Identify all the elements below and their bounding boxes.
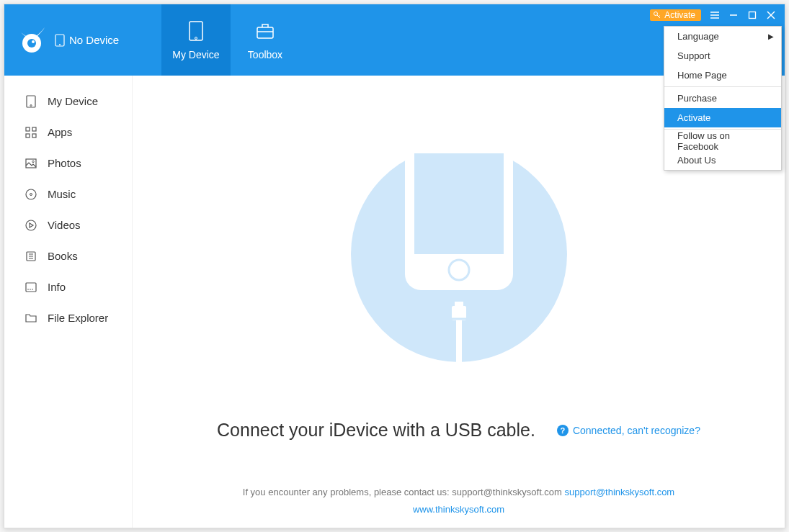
main-menu-dropdown: Language ▶ Support Home Page Purchase Ac…: [664, 26, 782, 171]
videos-icon: [24, 219, 37, 232]
svg-point-27: [26, 189, 36, 199]
svg-rect-5: [190, 22, 202, 40]
connect-device-illustration: [351, 139, 567, 377]
sidebar-item-label: File Explorer: [48, 312, 108, 324]
menu-item-label: About Us: [677, 155, 716, 166]
sidebar-item-label: Info: [48, 281, 66, 293]
maximize-button[interactable]: [743, 7, 762, 23]
svg-rect-25: [26, 159, 36, 168]
folder-icon: [24, 312, 37, 325]
svg-rect-16: [749, 12, 756, 19]
svg-point-4: [59, 44, 61, 45]
menu-item-label: Follow us on Facebook: [677, 130, 768, 152]
menu-item-label: Purchase: [677, 93, 717, 104]
close-icon: [767, 11, 775, 19]
sidebar-item-label: Music: [48, 188, 76, 200]
photos-icon: [24, 157, 37, 170]
menu-item-home-page[interactable]: Home Page: [664, 66, 781, 85]
svg-rect-24: [32, 134, 36, 137]
recognize-help-link[interactable]: ? Connected, can't recognize?: [557, 425, 700, 436]
tablet-icon: [185, 20, 207, 42]
hamburger-icon: [710, 10, 720, 20]
svg-point-36: [27, 289, 29, 290]
svg-point-9: [654, 12, 658, 16]
svg-point-29: [26, 220, 36, 230]
support-email-link[interactable]: support@thinkskysoft.com: [565, 487, 675, 497]
svg-rect-23: [26, 134, 30, 137]
maximize-icon: [748, 11, 757, 19]
svg-point-6: [195, 37, 197, 39]
tab-my-device[interactable]: My Device: [161, 4, 231, 76]
sidebar-item-books[interactable]: Books: [4, 240, 132, 271]
svg-point-1: [27, 39, 36, 48]
sidebar-item-photos[interactable]: Photos: [4, 148, 132, 179]
svg-rect-45: [455, 302, 463, 307]
sidebar-item-label: Photos: [48, 157, 81, 169]
svg-point-2: [32, 40, 35, 43]
svg-rect-43: [456, 319, 462, 377]
svg-line-11: [659, 16, 660, 17]
menu-item-facebook[interactable]: Follow us on Facebook: [664, 131, 781, 150]
sidebar-item-label: Books: [48, 250, 78, 262]
app-logo-icon: [17, 26, 46, 55]
menu-item-purchase[interactable]: Purchase: [664, 89, 781, 108]
minimize-icon: [729, 11, 738, 19]
svg-rect-41: [414, 153, 504, 254]
svg-rect-35: [26, 283, 36, 292]
prompt-row: Connect your iDevice with a USB cable. ?…: [217, 420, 700, 441]
apps-icon: [24, 126, 37, 139]
menu-button[interactable]: [705, 7, 724, 23]
toolbox-icon: [254, 20, 276, 42]
connect-prompt: Connect your iDevice with a USB cable.: [217, 420, 535, 441]
menu-item-support[interactable]: Support: [664, 46, 781, 66]
menu-item-activate[interactable]: Activate: [664, 108, 781, 127]
activate-button[interactable]: Activate: [650, 9, 701, 21]
nav-tabs: My Device Toolbox: [161, 4, 300, 76]
device-icon: [24, 95, 37, 108]
svg-point-37: [30, 289, 31, 290]
title-bar-controls: Activate: [650, 7, 780, 23]
sidebar-item-videos[interactable]: Videos: [4, 209, 132, 240]
sidebar-item-file-explorer[interactable]: File Explorer: [4, 302, 132, 333]
menu-item-language[interactable]: Language ▶: [664, 27, 781, 46]
books-icon: [24, 250, 37, 263]
minimize-button[interactable]: [724, 7, 743, 23]
logo-area: No Device: [4, 4, 161, 76]
website-link[interactable]: www.thinkskysoft.com: [413, 504, 504, 515]
svg-rect-22: [32, 127, 36, 131]
svg-marker-30: [30, 223, 33, 227]
svg-point-26: [32, 161, 34, 162]
menu-item-label: Activate: [677, 112, 710, 123]
menu-item-label: Home Page: [677, 70, 727, 81]
sidebar: My Device Apps Photos Music Videos Books: [4, 76, 133, 528]
sidebar-item-label: Apps: [48, 126, 72, 138]
device-status: No Device: [55, 34, 119, 47]
help-link-label: Connected, can't recognize?: [573, 425, 700, 436]
footer: If you encounter any problems, please co…: [133, 484, 785, 518]
sidebar-item-label: Videos: [48, 219, 81, 231]
svg-rect-19: [27, 96, 35, 107]
activate-label: Activate: [664, 10, 695, 20]
footer-line2: www.thinkskysoft.com: [133, 501, 785, 518]
menu-separator: [664, 86, 781, 87]
svg-point-20: [30, 104, 32, 106]
sidebar-item-my-device[interactable]: My Device: [4, 86, 132, 117]
menu-item-label: Support: [677, 50, 710, 61]
music-icon: [24, 188, 37, 201]
app-window: No Device My Device Toolbox: [4, 4, 785, 528]
close-button[interactable]: [762, 7, 780, 23]
device-status-label: No Device: [69, 34, 119, 46]
question-icon: ?: [557, 425, 569, 436]
svg-rect-21: [26, 127, 30, 131]
tab-label: Toolbox: [248, 49, 282, 60]
menu-item-label: Language: [677, 31, 719, 42]
footer-text: If you encounter any problems, please co…: [243, 487, 565, 497]
chevron-right-icon: ▶: [768, 32, 774, 40]
svg-rect-7: [257, 27, 273, 38]
sidebar-item-info[interactable]: Info: [4, 271, 132, 302]
menu-item-about[interactable]: About Us: [664, 150, 781, 170]
svg-point-28: [30, 193, 32, 195]
sidebar-item-music[interactable]: Music: [4, 179, 132, 209]
sidebar-item-apps[interactable]: Apps: [4, 117, 132, 148]
tab-toolbox[interactable]: Toolbox: [231, 4, 300, 76]
